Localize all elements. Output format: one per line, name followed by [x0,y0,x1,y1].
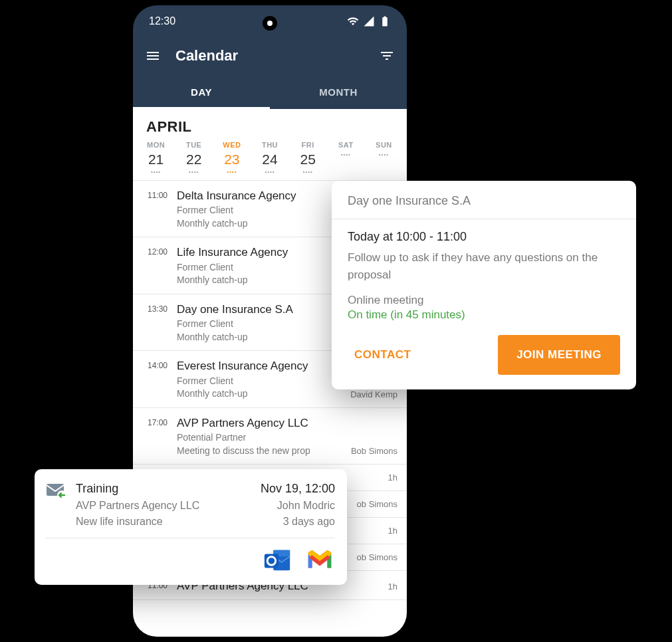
status-time: 12:30 [149,15,175,27]
gmail-icon[interactable] [304,545,335,576]
day-column[interactable]: TUE22•••• [175,141,213,175]
incoming-mail-icon [45,480,66,501]
agenda-title: Everest Insurance Agency [177,359,341,373]
agenda-note: Meeting to discuss the new prop [177,445,342,458]
battery-icon [379,15,391,27]
tab-day[interactable]: DAY [133,74,270,109]
email-datetime: Nov 19, 12:00 [261,480,335,498]
agenda-right: 1h [388,473,397,484]
view-tabs: DAY MONTH [133,74,407,109]
status-icons [347,15,391,27]
month-label: APRIL [133,109,407,141]
day-name: SUN [365,141,403,149]
agenda-time: 14:00 [141,359,168,370]
meeting-company: Day one Insurance S.A [332,181,636,219]
day-dots: •••• [327,152,365,158]
day-number: 25 [289,152,327,167]
email-company: AVP Partners Agency LLC [76,498,199,514]
agenda-time: 12:00 [141,245,168,257]
day-column[interactable]: SUN•••• [365,141,403,175]
day-name: SAT [327,141,365,149]
day-name: WED [213,141,251,149]
agenda-right: 1h [388,582,397,593]
day-column[interactable]: SAT•••• [327,141,365,175]
agenda-title: AVP Partners Agency LLC [177,416,342,430]
day-dots: •••• [289,169,327,175]
agenda-right: ob Simons [357,552,397,564]
agenda-right: 1h [388,526,397,537]
join-meeting-button[interactable]: JOIN MEETING [498,335,620,375]
week-row: MON21••••TUE22••••WED23••••THU24••••FRI2… [133,141,407,180]
email-ago: 3 days ago [283,514,335,530]
tab-month[interactable]: MONTH [270,74,407,109]
agenda-right: Bob Simons [351,446,397,457]
filter-icon[interactable] [378,47,396,65]
day-dots: •••• [365,152,403,158]
app-bar: Calendar [133,37,407,74]
agenda-note: Monthly catch-up [177,387,341,401]
day-column[interactable]: WED23•••• [213,141,251,175]
wifi-icon [347,15,359,27]
email-notification-card[interactable]: Training Nov 19, 12:00 AVP Partners Agen… [35,469,347,585]
page-title: Calendar [175,47,364,64]
agenda-time: 11:00 [141,189,168,200]
day-column[interactable]: THU24•••• [251,141,288,175]
email-person: John Modric [277,498,335,514]
meeting-description: Follow up to ask if they have any questi… [332,247,636,291]
day-name: THU [251,141,288,149]
meeting-actions: CONTACT JOIN MEETING [332,335,636,375]
day-number: 22 [175,152,213,167]
signal-icon [363,15,375,27]
divider [45,538,335,538]
day-name: TUE [175,141,213,149]
meeting-detail-card: Day one Insurance S.A Today at 10:00 - 1… [332,181,636,389]
email-topic: New life insurance [76,514,163,530]
day-dots: •••• [251,169,288,175]
agenda-right: David Kemp [350,389,397,401]
contact-button[interactable]: CONTACT [348,339,417,371]
outlook-icon[interactable] [262,545,292,576]
meeting-mode: Online meeting [332,291,636,307]
email-app-icons [45,545,335,576]
camera-notch [263,16,277,31]
meeting-status: On time (in 45 minutes) [332,307,636,335]
day-column[interactable]: MON21•••• [137,141,175,175]
day-dots: •••• [137,169,175,175]
day-name: FRI [289,141,327,149]
day-dots: •••• [213,169,251,175]
day-name: MON [137,141,175,149]
day-dots: •••• [175,169,213,175]
agenda-time: 13:30 [141,302,168,314]
day-number: 24 [251,152,288,167]
agenda-subtitle: Potential Partner [177,431,342,445]
meeting-time: Today at 10:00 - 11:00 [332,219,636,247]
day-number: 21 [137,152,175,167]
day-column[interactable]: FRI25•••• [289,141,327,175]
agenda-subtitle: Former Client [177,375,341,388]
hamburger-menu-icon[interactable] [144,47,162,65]
email-subject: Training [76,480,118,498]
agenda-time: 17:00 [141,416,168,427]
agenda-right: ob Simons [357,499,397,510]
agenda-item[interactable]: 17:00AVP Partners Agency LLCPotential Pa… [133,408,407,465]
day-number: 23 [213,152,251,167]
